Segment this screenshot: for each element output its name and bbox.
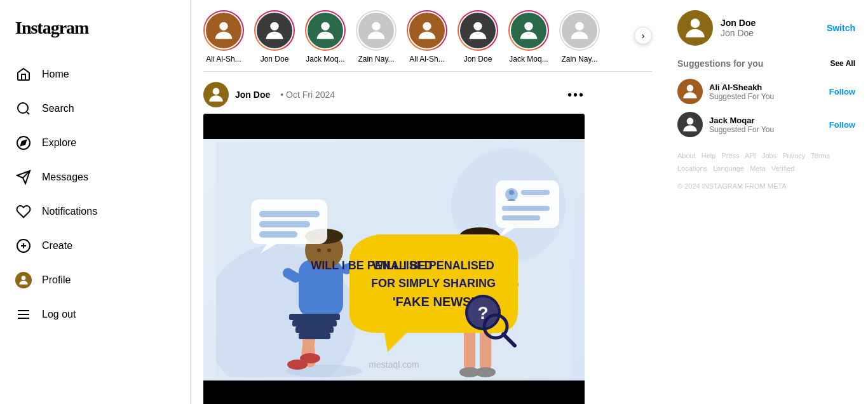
svg-rect-41 [295, 327, 334, 333]
user-username: Jon Doe [721, 28, 819, 38]
nav-messages[interactable]: Messages [8, 161, 182, 193]
svg-rect-40 [292, 320, 337, 327]
suggestions-header: Suggestions for you See All [677, 58, 855, 69]
svg-text:FOR SIMPLY SHARING: FOR SIMPLY SHARING [371, 277, 496, 290]
create-icon [15, 238, 32, 254]
suggestion-avatar [677, 112, 703, 137]
svg-marker-3 [21, 140, 26, 145]
stories-row: Ali Al-Sh...Jon DoeJack Moq...Zain Nay..… [203, 0, 652, 72]
footer-links-row2: Locations Language Meta Verified [677, 163, 855, 175]
footer-links: About Help Press API Jobs Privacy Terms … [677, 150, 855, 192]
story-name: Jack Moq... [509, 55, 548, 64]
story-item[interactable]: Zain Nay... [356, 10, 397, 64]
svg-rect-67 [521, 190, 550, 195]
footer-link-help[interactable]: Help [702, 152, 716, 159]
story-name: Zain Nay... [358, 55, 394, 64]
svg-point-0 [18, 103, 28, 113]
svg-text:mestaql.com: mestaql.com [369, 360, 419, 370]
nav-explore-label: Explore [42, 137, 76, 149]
notifications-icon [15, 203, 32, 220]
post-user-info: Jon Doe • Oct Fri 2024 [203, 82, 335, 107]
svg-line-1 [27, 112, 29, 114]
nav-notifications-label: Notifications [42, 206, 97, 217]
svg-point-82 [691, 18, 700, 28]
post-top-bar [203, 114, 585, 139]
footer-link-verified[interactable]: Verified [771, 165, 795, 172]
story-name: Jon Doe [261, 55, 289, 64]
sidebar: Instagram Home Search Explore [0, 0, 191, 404]
story-item[interactable]: Ali Al-Sh... [407, 10, 447, 64]
logout-icon [15, 306, 32, 323]
svg-point-13 [219, 22, 227, 30]
footer-link-meta[interactable]: Meta [750, 165, 765, 172]
post-more-button[interactable]: ••• [567, 88, 585, 102]
story-item[interactable]: Ali Al-Sh... [203, 10, 244, 64]
suggestion-name: Jack Moqar [709, 116, 823, 125]
nav-home[interactable]: Home [8, 58, 182, 90]
suggestions-title: Suggestions for you [677, 58, 763, 69]
messages-icon [15, 169, 32, 185]
search-icon [15, 100, 32, 117]
main-content: Ali Al-Sh...Jon DoeJack Moq...Zain Nay..… [191, 0, 665, 404]
svg-rect-45 [259, 211, 320, 217]
nav-explore[interactable]: Explore [8, 127, 182, 159]
svg-point-37 [317, 248, 321, 252]
post: Jon Doe • Oct Fri 2024 ••• [203, 82, 585, 404]
suggestion-item: Jack MoqarSuggested For YouFollow [677, 112, 855, 137]
nav-logout[interactable]: Log out [8, 299, 182, 330]
profile-avatar-small [15, 272, 32, 288]
story-name: Ali Al-Sh... [409, 55, 444, 64]
suggestion-sub: Suggested For You [709, 125, 823, 134]
svg-point-15 [321, 22, 329, 30]
nav-notifications[interactable]: Notifications [8, 196, 182, 227]
follow-button[interactable]: Follow [829, 120, 855, 130]
story-item[interactable]: Jack Moq... [508, 10, 549, 64]
post-username: Jon Doe [235, 90, 270, 100]
footer-links-row: About Help Press API Jobs Privacy Terms [677, 150, 855, 163]
post-bottom-bar [203, 380, 585, 404]
suggestion-name: Ali Al-Sheakh [709, 83, 823, 92]
stories-next-arrow[interactable]: › [634, 27, 652, 44]
svg-point-18 [473, 22, 482, 30]
footer-link-press[interactable]: Press [722, 152, 740, 159]
svg-rect-63 [496, 180, 559, 228]
svg-point-9 [22, 276, 26, 280]
svg-rect-47 [259, 231, 297, 238]
footer-link-terms[interactable]: Terms [811, 152, 830, 159]
follow-button[interactable]: Follow [829, 87, 855, 97]
svg-point-38 [327, 248, 331, 252]
suggestion-sub: Suggested For You [709, 92, 823, 101]
nav-create[interactable]: Create [8, 230, 182, 262]
nav-home-label: Home [42, 69, 69, 80]
nav-search-label: Search [42, 103, 74, 114]
suggestions-list: Ali Al-SheakhSuggested For YouFollowJack… [677, 79, 855, 137]
story-item[interactable]: Zain Nay... [559, 10, 600, 64]
svg-rect-46 [259, 221, 310, 227]
post-header: Jon Doe • Oct Fri 2024 ••• [203, 82, 585, 107]
svg-point-19 [524, 22, 532, 30]
post-date: • Oct Fri 2024 [280, 90, 335, 100]
svg-point-84 [687, 118, 694, 125]
story-item[interactable]: Jon Doe [254, 10, 295, 64]
see-all-button[interactable]: See All [830, 59, 855, 68]
footer-link-locations[interactable]: Locations [677, 165, 707, 172]
footer-link-jobs[interactable]: Jobs [762, 152, 776, 159]
switch-button[interactable]: Switch [827, 23, 855, 33]
svg-point-29 [287, 360, 308, 370]
instagram-logo: Instagram [8, 13, 182, 43]
svg-rect-68 [502, 206, 550, 211]
nav-profile[interactable]: Profile [8, 264, 182, 296]
svg-point-21 [213, 88, 220, 95]
footer-link-about[interactable]: About [677, 152, 696, 159]
story-name: Jon Doe [464, 55, 492, 64]
footer-link-api[interactable]: API [745, 152, 756, 159]
story-item[interactable]: Jack Moq... [305, 10, 346, 64]
svg-point-14 [270, 22, 278, 30]
footer-link-language[interactable]: Language [713, 165, 744, 172]
nav-search[interactable]: Search [8, 93, 182, 125]
story-name: Zain Nay... [561, 55, 597, 64]
suggestion-names: Ali Al-SheakhSuggested For You [709, 83, 823, 101]
footer-link-privacy[interactable]: Privacy [782, 152, 805, 159]
story-item[interactable]: Jon Doe [458, 10, 498, 64]
home-icon [15, 66, 32, 83]
